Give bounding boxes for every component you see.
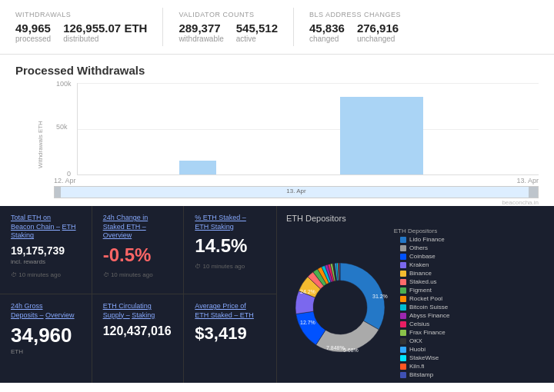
legend-dot-4 <box>400 271 406 277</box>
depositors-inner: 31.2% 24.2% 12.7% 7.848% 5.68% Lido Fina… <box>286 236 545 378</box>
x-labels: 12. Apr 13. Apr <box>54 177 539 184</box>
metric-time-1: 10 minutes ago <box>103 271 173 278</box>
grid-line-mid <box>78 129 539 130</box>
validator-active: 545,512 active <box>236 22 278 43</box>
mini-handle-left[interactable] <box>55 187 61 198</box>
pie-label-binance: 5.68% <box>343 347 359 353</box>
metrics-grid: Total ETH on Beacon Chain – ETH Staking … <box>0 206 277 383</box>
pie-label-coinbase: 12.7% <box>300 320 315 325</box>
legend-label-12: OKX <box>409 337 422 344</box>
validator-title: VALIDATOR COUNTS <box>179 11 278 18</box>
withdrawals-distributed-value: 126,955.07 ETH <box>63 22 147 35</box>
validator-active-value: 545,512 <box>236 22 278 35</box>
legend-dot-9 <box>400 313 406 319</box>
legend-item-7: Rocket Pool <box>400 295 545 302</box>
validator-active-label: active <box>236 35 256 43</box>
legend-label-14: StakeWise <box>409 354 439 361</box>
pie-label-lido: 31.2% <box>372 294 388 299</box>
legend-item-1: Others <box>400 244 545 251</box>
grid-line-top <box>78 83 539 84</box>
withdrawals-title: WITHDRAWALS <box>15 11 147 18</box>
metric-cell-3: 24h Gross Deposits – Overview 34,960 ETH <box>0 294 92 383</box>
metric-title-1: 24h Change in Staked ETH – Overview <box>103 214 173 241</box>
bottom-section: Total ETH on Beacon Chain – ETH Staking … <box>0 206 554 383</box>
withdrawals-values: 49,965 processed 126,955.07 ETH distribu… <box>15 22 147 43</box>
legend-dot-13 <box>400 347 406 353</box>
metric-sub-0: incl. rewards <box>11 258 81 265</box>
legend: Lido Finance Others Coinbase Kraken Bina… <box>400 236 545 378</box>
metric-value-3: 34,960 <box>11 324 81 347</box>
pie-chart: 31.2% 24.2% 12.7% 7.848% 5.68% <box>286 254 394 361</box>
legend-dot-6 <box>400 287 406 294</box>
withdrawals-processed-label: processed <box>15 35 51 43</box>
y-tick-0: 0 <box>67 170 71 178</box>
legend-label-1: Others <box>409 244 428 251</box>
metric-link-1[interactable]: Overview <box>103 231 132 239</box>
legend-dot-0 <box>400 237 406 243</box>
legend-dot-11 <box>400 330 406 336</box>
metric-link-4[interactable]: Staking <box>132 311 155 319</box>
withdrawals-processed: 49,965 processed <box>15 22 51 43</box>
legend-item-14: StakeWise <box>400 354 545 361</box>
mini-chart[interactable]: 13. Apr <box>54 186 539 198</box>
legend-label-10: Celsius <box>409 321 429 327</box>
legend-item-9: Abyss Finance <box>400 312 545 319</box>
legend-label-7: Rocket Pool <box>409 295 442 302</box>
depositors-chart-title: ETH Depositors <box>286 228 545 234</box>
legend-dot-1 <box>400 245 406 251</box>
pie-label-kraken: 7.848% <box>326 345 345 350</box>
chart-area: 100k 50k 0 <box>77 83 539 175</box>
metric-cell-4: ETH Circulating Supply – Staking 120,437… <box>92 294 185 383</box>
mini-label: 13. Apr <box>286 188 305 194</box>
metric-cell-2: % ETH Staked – ETH Staking 14.5% 10 minu… <box>184 206 276 294</box>
metric-link-3[interactable]: Overview <box>45 311 75 319</box>
metric-cell-5: Average Price of ETH Staked – ETH $3,419 <box>184 294 276 383</box>
legend-item-3: Kraken <box>400 261 545 268</box>
mini-handle-right[interactable] <box>529 187 538 198</box>
beaconchain-label: beaconcha.in <box>54 199 539 206</box>
withdrawals-group: WITHDRAWALS 49,965 processed 126,955.07 … <box>0 8 163 46</box>
withdrawals-distributed: 126,955.07 ETH distributed <box>63 22 147 43</box>
legend-item-12: OKX <box>400 337 545 344</box>
metric-value-2: 14.5% <box>195 236 265 256</box>
metric-time-2: 10 minutes ago <box>195 263 265 270</box>
legend-dot-10 <box>400 321 406 327</box>
metric-cell-0: Total ETH on Beacon Chain – ETH Staking … <box>0 206 92 294</box>
stats-bar: WITHDRAWALS 49,965 processed 126,955.07 … <box>0 0 554 55</box>
bls-group: BLS ADDRESS CHANGES 45,836 changed 276,9… <box>294 8 416 46</box>
validator-withdrawable: 289,377 withdrawable <box>179 22 223 43</box>
legend-item-11: Frax Finance <box>400 329 545 336</box>
y-axis-label: Withdrawals ETH <box>37 121 44 168</box>
metric-title-4: ETH Circulating Supply – Staking <box>103 302 173 320</box>
bls-changed: 45,836 changed <box>309 22 345 43</box>
depositors-title: ETH Depositors <box>286 214 545 223</box>
legend-dot-14 <box>400 355 406 361</box>
metric-link-2[interactable]: ETH Staking <box>195 223 234 231</box>
legend-label-13: Huobi <box>409 346 426 353</box>
metric-title-5: Average Price of ETH Staked – ETH <box>195 302 265 320</box>
metric-title-2: % ETH Staked – ETH Staking <box>195 214 265 231</box>
legend-item-5: Staked.us <box>400 278 545 285</box>
bls-changed-value: 45,836 <box>309 22 345 35</box>
legend-label-9: Abyss Finance <box>409 312 449 319</box>
legend-item-6: Figment <box>400 287 545 294</box>
withdrawals-distributed-label: distributed <box>63 35 98 43</box>
validator-group: VALIDATOR COUNTS 289,377 withdrawable 54… <box>163 8 294 46</box>
bar-apr13 <box>340 97 423 174</box>
legend-dot-5 <box>400 279 406 285</box>
legend-item-15: Kiln.fi <box>400 363 545 370</box>
legend-dot-7 <box>400 296 406 302</box>
chart-title: Processed Withdrawals <box>15 64 539 77</box>
legend-label-8: Bitcoin Suisse <box>409 304 448 311</box>
metric-value-5: $3,419 <box>195 324 265 343</box>
metric-title-3: 24h Gross Deposits – Overview <box>11 302 81 320</box>
legend-label-6: Figment <box>409 287 432 294</box>
bls-unchanged: 276,916 unchanged <box>357 22 399 43</box>
x-label-apr13: 13. Apr <box>516 177 539 184</box>
legend-dot-2 <box>400 254 406 260</box>
legend-item-13: Huobi <box>400 346 545 353</box>
pie-segment-16 <box>339 263 340 281</box>
legend-item-8: Bitcoin Suisse <box>400 304 545 311</box>
metric-sub-3: ETH <box>11 348 81 355</box>
y-tick-100k: 100k <box>56 80 72 88</box>
